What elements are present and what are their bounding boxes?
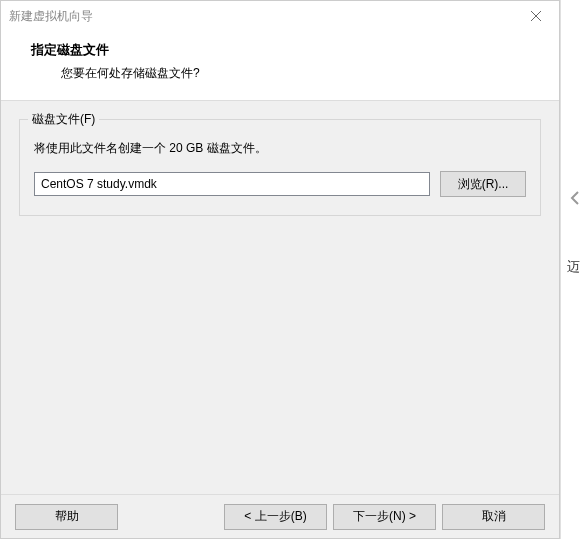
footer-right: < 上一步(B) 下一步(N) > 取消	[118, 504, 545, 530]
wizard-footer: 帮助 < 上一步(B) 下一步(N) > 取消	[1, 494, 559, 538]
page-subtitle: 您要在何处存储磁盘文件?	[31, 65, 535, 82]
file-row: 浏览(R)...	[34, 171, 526, 197]
page-title: 指定磁盘文件	[31, 41, 535, 59]
disk-filename-input[interactable]	[34, 172, 430, 196]
fieldset-legend: 磁盘文件(F)	[28, 111, 99, 128]
titlebar: 新建虚拟机向导	[1, 1, 559, 31]
back-button[interactable]: < 上一步(B)	[224, 504, 327, 530]
window-title: 新建虚拟机向导	[9, 8, 521, 25]
cancel-button[interactable]: 取消	[442, 504, 545, 530]
next-button[interactable]: 下一步(N) >	[333, 504, 436, 530]
wizard-dialog: 新建虚拟机向导 指定磁盘文件 您要在何处存储磁盘文件? 磁盘文件(F) 将使用此…	[0, 0, 560, 539]
content-area: 磁盘文件(F) 将使用此文件名创建一个 20 GB 磁盘文件。 浏览(R)...	[1, 101, 559, 494]
side-text-fragment: 迈	[567, 258, 580, 276]
disk-file-fieldset: 磁盘文件(F) 将使用此文件名创建一个 20 GB 磁盘文件。 浏览(R)...	[19, 119, 541, 216]
browse-button[interactable]: 浏览(R)...	[440, 171, 526, 197]
chevron-left-icon	[570, 190, 580, 211]
wizard-header: 指定磁盘文件 您要在何处存储磁盘文件?	[1, 31, 559, 101]
help-button[interactable]: 帮助	[15, 504, 118, 530]
fieldset-description: 将使用此文件名创建一个 20 GB 磁盘文件。	[34, 140, 526, 157]
close-button[interactable]	[521, 6, 551, 26]
close-icon	[531, 11, 541, 21]
side-panel-edge: 迈	[560, 0, 582, 539]
footer-left: 帮助	[15, 504, 118, 530]
